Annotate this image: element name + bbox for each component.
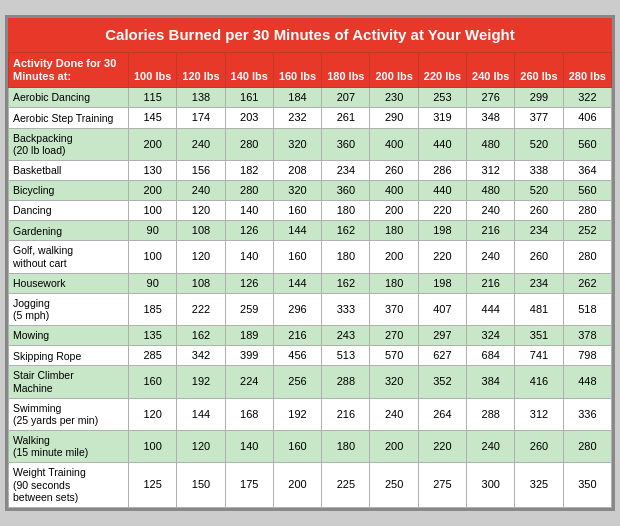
value-cell: 162 [322,273,370,293]
value-cell: 280 [563,201,611,221]
value-cell: 364 [563,160,611,180]
header-activity: Activity Done for 30 Minutes at: [9,52,129,87]
value-cell: 90 [129,221,177,241]
value-cell: 252 [563,221,611,241]
value-cell: 370 [370,293,418,325]
value-cell: 184 [273,88,321,108]
value-cell: 125 [129,462,177,507]
value-cell: 440 [418,180,466,200]
value-cell: 406 [563,108,611,128]
value-cell: 280 [225,128,273,160]
value-cell: 520 [515,128,563,160]
value-cell: 319 [418,108,466,128]
value-cell: 627 [418,346,466,366]
value-cell: 144 [273,273,321,293]
value-cell: 200 [273,462,321,507]
value-cell: 338 [515,160,563,180]
value-cell: 324 [467,326,515,346]
value-cell: 275 [418,462,466,507]
value-cell: 216 [467,273,515,293]
header-weight-1: 100 lbs [129,52,177,87]
value-cell: 384 [467,366,515,398]
value-cell: 261 [322,108,370,128]
value-cell: 198 [418,221,466,241]
value-cell: 336 [563,398,611,430]
value-cell: 203 [225,108,273,128]
value-cell: 400 [370,128,418,160]
activity-cell: Golf, walkingwithout cart [9,241,129,273]
value-cell: 140 [225,430,273,462]
value-cell: 224 [225,366,273,398]
value-cell: 280 [225,180,273,200]
value-cell: 243 [322,326,370,346]
value-cell: 126 [225,273,273,293]
activity-cell: Aerobic Dancing [9,88,129,108]
value-cell: 100 [129,201,177,221]
value-cell: 160 [273,201,321,221]
value-cell: 351 [515,326,563,346]
value-cell: 348 [467,108,515,128]
value-cell: 480 [467,180,515,200]
value-cell: 350 [563,462,611,507]
activity-cell: Swimming(25 yards per min) [9,398,129,430]
value-cell: 290 [370,108,418,128]
value-cell: 192 [177,366,225,398]
table-row: Backpacking(20 lb load)20024028032036040… [9,128,612,160]
value-cell: 220 [418,241,466,273]
value-cell: 280 [563,241,611,273]
activity-cell: Bicycling [9,180,129,200]
value-cell: 256 [273,366,321,398]
value-cell: 120 [129,398,177,430]
value-cell: 140 [225,201,273,221]
table-row: Aerobic Dancing1151381611842072302532762… [9,88,612,108]
header-weight-8: 240 lbs [467,52,515,87]
value-cell: 378 [563,326,611,346]
value-cell: 260 [515,201,563,221]
value-cell: 135 [129,326,177,346]
calories-table: Activity Done for 30 Minutes at:100 lbs1… [8,52,612,508]
value-cell: 260 [515,430,563,462]
table-title: Calories Burned per 30 Minutes of Activi… [8,18,612,52]
value-cell: 684 [467,346,515,366]
value-cell: 518 [563,293,611,325]
value-cell: 120 [177,430,225,462]
value-cell: 264 [418,398,466,430]
value-cell: 168 [225,398,273,430]
header-weight-9: 260 lbs [515,52,563,87]
value-cell: 480 [467,128,515,160]
value-cell: 286 [418,160,466,180]
value-cell: 312 [515,398,563,430]
value-cell: 320 [273,128,321,160]
header-weight-10: 280 lbs [563,52,611,87]
value-cell: 262 [563,273,611,293]
value-cell: 285 [129,346,177,366]
value-cell: 276 [467,88,515,108]
value-cell: 100 [129,241,177,273]
value-cell: 741 [515,346,563,366]
value-cell: 320 [273,180,321,200]
value-cell: 180 [322,430,370,462]
value-cell: 160 [129,366,177,398]
activity-cell: Aerobic Step Training [9,108,129,128]
value-cell: 175 [225,462,273,507]
activity-cell: Housework [9,273,129,293]
value-cell: 400 [370,180,418,200]
value-cell: 200 [129,180,177,200]
table-row: Housework90108126144162180198216234262 [9,273,612,293]
value-cell: 126 [225,221,273,241]
value-cell: 234 [322,160,370,180]
value-cell: 352 [418,366,466,398]
header-weight-2: 120 lbs [177,52,225,87]
value-cell: 230 [370,88,418,108]
value-cell: 260 [370,160,418,180]
value-cell: 560 [563,128,611,160]
value-cell: 208 [273,160,321,180]
table-row: Golf, walkingwithout cart100120140160180… [9,241,612,273]
value-cell: 108 [177,273,225,293]
value-cell: 108 [177,221,225,241]
value-cell: 360 [322,180,370,200]
value-cell: 220 [418,201,466,221]
value-cell: 232 [273,108,321,128]
value-cell: 150 [177,462,225,507]
table-row: Jogging(5 mph)18522225929633337040744448… [9,293,612,325]
